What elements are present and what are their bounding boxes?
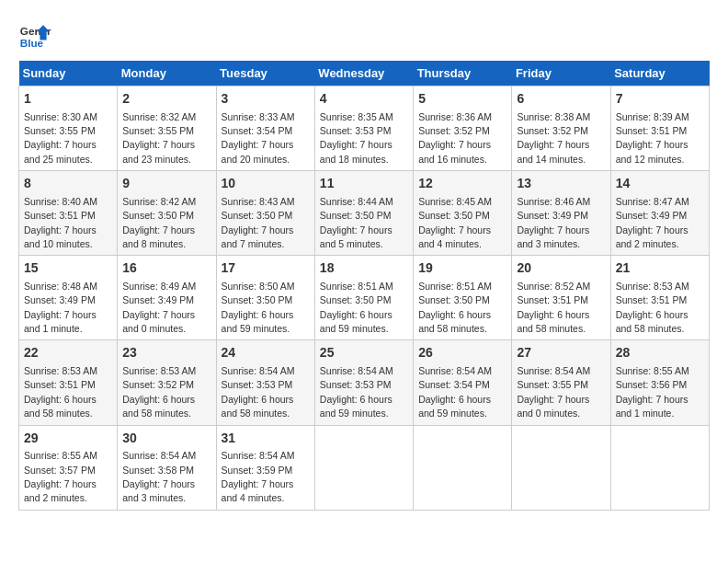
day-number: 7 [616, 90, 704, 109]
day-number: 13 [517, 175, 605, 193]
calendar-week-row: 15Sunrise: 8:48 AMSunset: 3:49 PMDayligh… [19, 256, 710, 340]
weekday-header: Tuesday [216, 61, 314, 86]
calendar-cell: 11Sunrise: 8:44 AMSunset: 3:50 PMDayligh… [314, 171, 413, 256]
calendar-cell: 22Sunrise: 8:53 AMSunset: 3:51 PMDayligh… [19, 340, 118, 425]
calendar-cell: 5Sunrise: 8:36 AMSunset: 3:52 PMDaylight… [414, 86, 512, 171]
cell-info: Sunrise: 8:46 AMSunset: 3:49 PMDaylight:… [517, 196, 590, 249]
weekday-header: Thursday [414, 61, 512, 86]
day-number: 15 [24, 259, 112, 278]
day-number: 5 [418, 90, 506, 109]
day-number: 17 [222, 259, 310, 278]
calendar-cell [512, 425, 610, 510]
cell-info: Sunrise: 8:40 AMSunset: 3:51 PMDaylight:… [24, 196, 97, 249]
cell-info: Sunrise: 8:43 AMSunset: 3:50 PMDaylight:… [222, 196, 295, 249]
calendar-cell: 25Sunrise: 8:54 AMSunset: 3:53 PMDayligh… [314, 340, 413, 425]
logo-icon: General Blue [18, 18, 51, 52]
calendar-cell [610, 425, 709, 510]
day-number: 10 [222, 175, 310, 193]
cell-info: Sunrise: 8:33 AMSunset: 3:54 PMDaylight:… [222, 111, 295, 165]
calendar-cell: 29Sunrise: 8:55 AMSunset: 3:57 PMDayligh… [19, 425, 118, 510]
cell-info: Sunrise: 8:53 AMSunset: 3:52 PMDaylight:… [122, 365, 196, 419]
cell-info: Sunrise: 8:54 AMSunset: 3:59 PMDaylight:… [222, 450, 295, 503]
weekday-header: Monday [118, 61, 216, 86]
calendar-cell: 2Sunrise: 8:32 AMSunset: 3:55 PMDaylight… [118, 86, 216, 171]
cell-info: Sunrise: 8:45 AMSunset: 3:50 PMDaylight:… [418, 196, 492, 249]
weekday-header: Saturday [610, 61, 709, 86]
day-number: 27 [517, 344, 605, 362]
cell-info: Sunrise: 8:54 AMSunset: 3:58 PMDaylight:… [122, 450, 196, 503]
day-number: 20 [517, 259, 605, 278]
calendar-cell: 30Sunrise: 8:54 AMSunset: 3:58 PMDayligh… [118, 425, 216, 510]
day-number: 29 [24, 430, 112, 448]
calendar-week-row: 1Sunrise: 8:30 AMSunset: 3:55 PMDaylight… [19, 86, 710, 171]
calendar-cell: 20Sunrise: 8:52 AMSunset: 3:51 PMDayligh… [512, 256, 610, 340]
day-number: 31 [222, 430, 310, 448]
cell-info: Sunrise: 8:50 AMSunset: 3:50 PMDaylight:… [222, 281, 295, 334]
day-number: 28 [616, 344, 704, 362]
calendar-cell: 16Sunrise: 8:49 AMSunset: 3:49 PMDayligh… [118, 256, 216, 340]
cell-info: Sunrise: 8:35 AMSunset: 3:53 PMDaylight:… [320, 111, 393, 165]
cell-info: Sunrise: 8:32 AMSunset: 3:55 PMDaylight:… [122, 111, 196, 165]
day-number: 6 [517, 90, 605, 109]
calendar-header-row: SundayMondayTuesdayWednesdayThursdayFrid… [19, 61, 710, 86]
weekday-header: Wednesday [314, 61, 413, 86]
cell-info: Sunrise: 8:53 AMSunset: 3:51 PMDaylight:… [24, 365, 97, 419]
calendar-cell: 18Sunrise: 8:51 AMSunset: 3:50 PMDayligh… [314, 256, 413, 340]
day-number: 11 [320, 175, 408, 193]
calendar-cell [414, 425, 512, 510]
cell-info: Sunrise: 8:52 AMSunset: 3:51 PMDaylight:… [517, 281, 590, 334]
day-number: 16 [122, 259, 210, 278]
calendar-cell: 6Sunrise: 8:38 AMSunset: 3:52 PMDaylight… [512, 86, 610, 171]
cell-info: Sunrise: 8:39 AMSunset: 3:51 PMDaylight:… [616, 111, 689, 165]
calendar-cell: 23Sunrise: 8:53 AMSunset: 3:52 PMDayligh… [118, 340, 216, 425]
weekday-header: Friday [512, 61, 610, 86]
calendar-cell: 19Sunrise: 8:51 AMSunset: 3:50 PMDayligh… [414, 256, 512, 340]
cell-info: Sunrise: 8:51 AMSunset: 3:50 PMDaylight:… [418, 281, 492, 334]
day-number: 4 [320, 90, 408, 109]
day-number: 23 [122, 344, 210, 362]
calendar-cell: 24Sunrise: 8:54 AMSunset: 3:53 PMDayligh… [216, 340, 314, 425]
cell-info: Sunrise: 8:54 AMSunset: 3:55 PMDaylight:… [517, 365, 590, 419]
day-number: 1 [24, 90, 112, 109]
calendar-cell: 27Sunrise: 8:54 AMSunset: 3:55 PMDayligh… [512, 340, 610, 425]
day-number: 14 [616, 175, 704, 193]
cell-info: Sunrise: 8:54 AMSunset: 3:53 PMDaylight:… [320, 365, 393, 419]
cell-info: Sunrise: 8:49 AMSunset: 3:49 PMDaylight:… [122, 281, 196, 334]
calendar-cell: 17Sunrise: 8:50 AMSunset: 3:50 PMDayligh… [216, 256, 314, 340]
cell-info: Sunrise: 8:36 AMSunset: 3:52 PMDaylight:… [418, 111, 492, 165]
calendar-cell: 31Sunrise: 8:54 AMSunset: 3:59 PMDayligh… [216, 425, 314, 510]
cell-info: Sunrise: 8:48 AMSunset: 3:49 PMDaylight:… [24, 281, 97, 334]
calendar-week-row: 8Sunrise: 8:40 AMSunset: 3:51 PMDaylight… [19, 171, 710, 256]
calendar-cell: 9Sunrise: 8:42 AMSunset: 3:50 PMDaylight… [118, 171, 216, 256]
calendar-cell: 10Sunrise: 8:43 AMSunset: 3:50 PMDayligh… [216, 171, 314, 256]
calendar-cell: 15Sunrise: 8:48 AMSunset: 3:49 PMDayligh… [19, 256, 118, 340]
calendar-cell: 21Sunrise: 8:53 AMSunset: 3:51 PMDayligh… [610, 256, 709, 340]
calendar-cell: 26Sunrise: 8:54 AMSunset: 3:54 PMDayligh… [414, 340, 512, 425]
day-number: 21 [616, 259, 704, 278]
day-number: 8 [24, 175, 112, 193]
calendar-cell: 13Sunrise: 8:46 AMSunset: 3:49 PMDayligh… [512, 171, 610, 256]
calendar-body: 1Sunrise: 8:30 AMSunset: 3:55 PMDaylight… [19, 86, 710, 511]
day-number: 24 [222, 344, 310, 362]
cell-info: Sunrise: 8:54 AMSunset: 3:54 PMDaylight:… [418, 365, 492, 419]
cell-info: Sunrise: 8:44 AMSunset: 3:50 PMDaylight:… [320, 196, 393, 249]
day-number: 26 [418, 344, 506, 362]
cell-info: Sunrise: 8:47 AMSunset: 3:49 PMDaylight:… [616, 196, 689, 249]
day-number: 18 [320, 259, 408, 278]
cell-info: Sunrise: 8:53 AMSunset: 3:51 PMDaylight:… [616, 281, 689, 334]
cell-info: Sunrise: 8:51 AMSunset: 3:50 PMDaylight:… [320, 281, 393, 334]
calendar-table: SundayMondayTuesdayWednesdayThursdayFrid… [18, 61, 710, 511]
cell-info: Sunrise: 8:30 AMSunset: 3:55 PMDaylight:… [24, 111, 97, 165]
calendar-week-row: 22Sunrise: 8:53 AMSunset: 3:51 PMDayligh… [19, 340, 710, 425]
cell-info: Sunrise: 8:42 AMSunset: 3:50 PMDaylight:… [122, 196, 196, 249]
calendar-cell: 7Sunrise: 8:39 AMSunset: 3:51 PMDaylight… [610, 86, 709, 171]
calendar-week-row: 29Sunrise: 8:55 AMSunset: 3:57 PMDayligh… [19, 425, 710, 510]
day-number: 2 [122, 90, 210, 109]
weekday-header: Sunday [19, 61, 118, 86]
day-number: 30 [122, 430, 210, 448]
calendar-cell: 4Sunrise: 8:35 AMSunset: 3:53 PMDaylight… [314, 86, 413, 171]
day-number: 9 [122, 175, 210, 193]
page-header: General Blue [18, 18, 710, 52]
cell-info: Sunrise: 8:55 AMSunset: 3:57 PMDaylight:… [24, 450, 97, 503]
calendar-cell: 14Sunrise: 8:47 AMSunset: 3:49 PMDayligh… [610, 171, 709, 256]
